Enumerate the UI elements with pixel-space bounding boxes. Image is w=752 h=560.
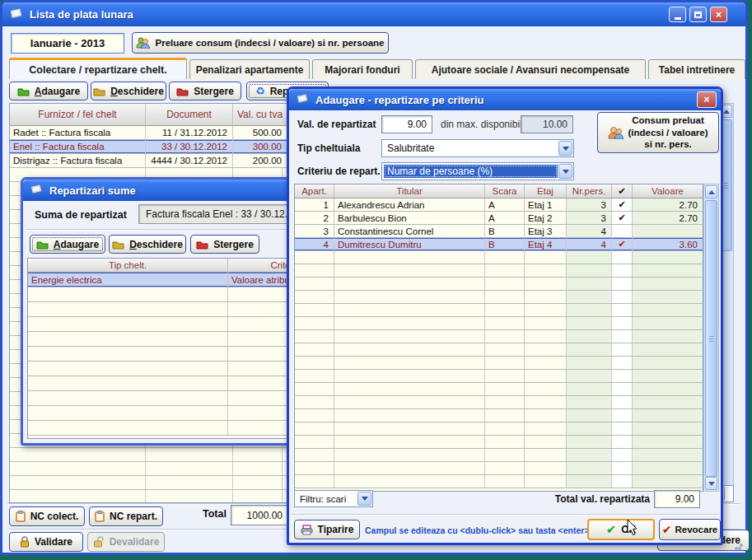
col-apart[interactable]: Apart. — [295, 184, 334, 198]
cell-nrpers: 3 — [567, 198, 612, 211]
resize-grip[interactable] — [734, 541, 744, 551]
ok-button[interactable]: ✔ OK — [587, 519, 655, 540]
preluare-consum-button[interactable]: Preluare consum (indecsi / valoare) si n… — [132, 32, 389, 54]
total-repartizata-field: 9.00 — [654, 490, 700, 508]
criteriu-select[interactable]: Numar de persoane (%) — [381, 162, 574, 180]
revocare-button[interactable]: ✔ Revocare — [659, 519, 721, 540]
scroll-up-icon[interactable] — [705, 185, 717, 198]
nc-colect-button[interactable]: NC colect. — [9, 506, 85, 526]
tab-majorari[interactable]: Majorari fonduri — [312, 59, 413, 79]
criteriu-label: Criteriu de repart. — [297, 166, 381, 177]
filtru-select[interactable]: Filtru: scari — [294, 490, 373, 507]
stergere-button[interactable]: Stergere — [190, 235, 259, 254]
consum-preluat-label: Consum preluat (indecsi / valoare) si nr… — [628, 114, 708, 152]
devalidare-button[interactable]: Devalidare — [87, 532, 165, 552]
col-scara[interactable]: Scara — [485, 184, 525, 198]
table-row-selected[interactable]: 4 Dumitrescu Dumitru B Etaj 4 4 ✔ 3.60 — [295, 238, 703, 251]
suma-label: Suma de repartizat — [35, 209, 127, 221]
col-check-icon[interactable]: ✔ — [612, 184, 633, 198]
col-nrpers[interactable]: Nr.pers. — [567, 184, 612, 198]
check-icon[interactable]: ✔ — [612, 238, 633, 250]
cell-scara: B — [485, 238, 525, 250]
adaugare-dialog: Adaugare - repartizare pe criteriu × Val… — [287, 86, 723, 545]
cell-etaj: Etaj 1 — [525, 198, 567, 211]
table-row[interactable]: 1 Alexandrescu Adrian A Etaj 1 3 ✔ 2.70 — [295, 198, 703, 212]
cell-document: 33 / 30.12.2012 — [146, 140, 233, 153]
nc-repart-label: NC repart. — [110, 511, 157, 522]
yellow-folder-icon — [93, 86, 105, 96]
validare-label: Validare — [35, 536, 72, 548]
scroll-thumb[interactable] — [705, 200, 717, 477]
window-title: Lista de plata lunara — [30, 8, 133, 21]
green-check-icon: ✔ — [606, 522, 617, 537]
cell-valoare: 3.60 — [633, 238, 703, 250]
preluare-consum-label: Preluare consum (indecsi / valoare) si n… — [155, 38, 384, 48]
empty-row — [295, 317, 703, 330]
cell-furnizor: Radet :: Factura fiscala — [10, 126, 146, 139]
deschidere-button[interactable]: Deschidere — [109, 235, 186, 254]
col-document[interactable]: Document — [146, 104, 233, 125]
table-row[interactable]: 2 Barbulescu Bion A Etaj 2 3 ✔ 2.70 — [295, 212, 703, 225]
empty-row — [295, 409, 703, 422]
validare-button[interactable]: Validare — [9, 532, 83, 552]
col-titular[interactable]: Titular — [334, 184, 485, 198]
cell-tip-chelt: Energie electrica — [28, 273, 228, 287]
minimize-button[interactable] — [669, 7, 686, 22]
lock-closed-icon — [20, 536, 30, 548]
col-furnizor[interactable]: Furnizor / fel chelt — [10, 104, 146, 125]
dialog-scrollbar[interactable] — [703, 184, 719, 492]
total-value-field: 1000.00 — [231, 505, 288, 525]
val-repartizat-input[interactable]: 9.00 — [381, 115, 432, 133]
check-icon[interactable]: ✔ — [612, 212, 633, 224]
col-val-cu-tva[interactable]: Val. cu tva — [233, 104, 287, 125]
col-tip-chelt[interactable]: Tip chelt. — [28, 259, 228, 272]
cell-valoare: 300.00 — [233, 140, 287, 153]
adaugare-button[interactable]: Adaugare — [9, 82, 88, 100]
adaugare-button[interactable]: Adaugare — [30, 235, 105, 254]
cell-etaj: Etaj 4 — [525, 238, 567, 250]
col-etaj[interactable]: Etaj — [525, 184, 567, 198]
people-icon — [136, 37, 150, 49]
dialog-title: Adaugare - repartizare pe criteriu — [315, 94, 483, 106]
chevron-down-icon[interactable] — [558, 164, 572, 179]
month-selector[interactable]: Ianuarie - 2013 — [11, 33, 124, 54]
scroll-down-icon[interactable] — [705, 477, 717, 490]
close-icon[interactable]: × — [710, 7, 727, 22]
empty-row — [295, 251, 703, 264]
tab-ajutoare[interactable]: Ajutoare sociale / Avansuri necompensate — [415, 59, 646, 79]
stergere-label: Stergere — [194, 86, 234, 97]
tab-colectare-repartizare[interactable]: Colectare / repartizare chelt. — [9, 58, 187, 79]
deschidere-button[interactable]: Deschidere — [91, 82, 166, 100]
deschidere-label: Deschidere — [129, 239, 183, 250]
tiparire-button[interactable]: Tiparire — [294, 520, 360, 539]
green-folder-icon — [17, 86, 30, 96]
red-folder-icon — [196, 240, 208, 250]
tip-cheltuiala-select[interactable]: Salubritate — [381, 139, 574, 157]
nc-repart-button[interactable]: NC repart. — [89, 506, 163, 526]
red-folder-icon — [176, 86, 189, 96]
cell-valoare: 500.00 — [233, 126, 287, 139]
chevron-down-icon[interactable] — [558, 141, 572, 156]
printer-icon — [301, 525, 313, 535]
col-valoare[interactable]: Valoare — [633, 184, 703, 198]
consum-preluat-button[interactable]: Consum preluat (indecsi / valoare) si nr… — [597, 112, 719, 153]
cell-titular: Constantinescu Cornel — [334, 225, 485, 237]
tab-tabel-intretinere[interactable]: Tabel intretinere — [648, 59, 745, 79]
tab-penalizari[interactable]: Penalizari apartamente — [189, 59, 310, 79]
check-icon[interactable] — [612, 225, 633, 237]
empty-row — [295, 436, 703, 449]
apartamente-table-header: Apart. Titular Scara Etaj Nr.pers. ✔ Val… — [295, 184, 703, 198]
empty-row — [295, 357, 703, 370]
table-row[interactable]: 3 Constantinescu Cornel B Etaj 3 4 — [295, 225, 703, 238]
cell-etaj: Etaj 3 — [525, 225, 567, 237]
cell-apart: 3 — [295, 225, 334, 237]
maximize-button[interactable] — [689, 7, 707, 22]
chevron-down-icon[interactable] — [357, 492, 371, 506]
check-icon[interactable]: ✔ — [612, 198, 633, 211]
close-icon[interactable]: × — [697, 91, 717, 108]
stergere-button[interactable]: Stergere — [169, 82, 241, 100]
edit-hint: Campul se editeaza cu <dublu-click> sau … — [365, 525, 586, 535]
cell-document: 4444 / 30.12.2012 — [146, 154, 233, 167]
devalidare-label: Devalidare — [110, 536, 160, 548]
empty-row — [295, 291, 703, 304]
